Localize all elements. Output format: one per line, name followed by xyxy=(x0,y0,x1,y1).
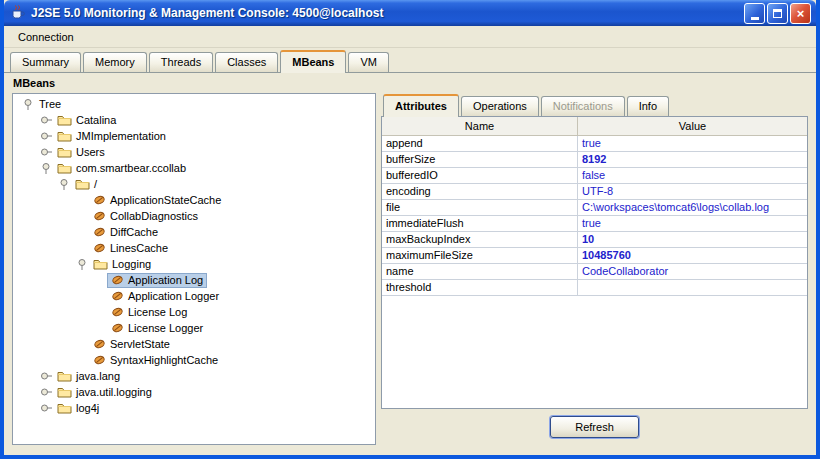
tree-node-license-log[interactable]: License Log xyxy=(13,304,375,320)
attribute-name[interactable]: bufferSize xyxy=(382,151,578,167)
attribute-name[interactable]: file xyxy=(382,199,578,215)
tree-toggle-collapsed-icon[interactable] xyxy=(39,386,53,398)
attribute-value[interactable]: CodeCollaborator xyxy=(578,263,808,279)
tree-node-jmimplementation[interactable]: JMImplementation xyxy=(13,128,375,144)
attribute-row-threshold[interactable]: threshold xyxy=(382,279,807,295)
mbean-tree[interactable]: TreeCatalinaJMImplementationUserscom.sma… xyxy=(12,93,376,445)
column-header-value[interactable]: Value xyxy=(578,117,808,135)
tree-node-logging[interactable]: Logging xyxy=(13,256,375,272)
attribute-value[interactable]: false xyxy=(578,167,808,183)
attribute-row-append[interactable]: appendtrue xyxy=(382,135,807,151)
tree-node-content[interactable]: Users xyxy=(53,145,109,160)
attribute-name[interactable]: threshold xyxy=(382,279,578,295)
tree-toggle-expanded-icon[interactable] xyxy=(39,162,53,175)
tree-node-java-lang[interactable]: java.lang xyxy=(13,368,375,384)
tree-node-servletstate[interactable]: ServletState xyxy=(13,336,375,352)
tree-node-content[interactable]: ApplicationStateCache xyxy=(89,193,225,208)
tree-node-application-logger[interactable]: Application Logger xyxy=(13,288,375,304)
attribute-value[interactable]: 8192 xyxy=(578,151,808,167)
tree-toggle-collapsed-icon[interactable] xyxy=(39,370,53,382)
tree-toggle-collapsed-icon[interactable] xyxy=(39,402,53,414)
attribute-value[interactable]: true xyxy=(578,135,808,151)
tree-node-content[interactable]: License Log xyxy=(107,305,191,320)
tree-toggle-collapsed-icon[interactable] xyxy=(39,114,53,126)
attribute-name[interactable]: maxBackupIndex xyxy=(382,231,578,247)
tree-node-content[interactable]: Catalina xyxy=(53,113,120,128)
titlebar[interactable]: J2SE 5.0 Monitoring & Management Console… xyxy=(4,0,816,26)
attribute-value[interactable]: true xyxy=(578,215,808,231)
tree-node-content[interactable]: SyntaxHighlightCache xyxy=(89,353,222,368)
maximize-button[interactable] xyxy=(767,3,788,24)
attribute-row-name[interactable]: nameCodeCollaborator xyxy=(382,263,807,279)
jconsole-window: J2SE 5.0 Monitoring & Management Console… xyxy=(0,0,820,459)
detail-tab-info[interactable]: Info xyxy=(627,96,669,116)
tree-node-java-util-logging[interactable]: java.util.logging xyxy=(13,384,375,400)
attribute-value[interactable]: UTF-8 xyxy=(578,183,808,199)
attribute-value[interactable] xyxy=(578,279,808,295)
menu-connection[interactable]: Connection xyxy=(12,29,80,45)
tree-node-content[interactable]: Application Logger xyxy=(107,289,223,304)
refresh-button[interactable]: Refresh xyxy=(550,416,639,438)
attribute-row-maximumfilesize[interactable]: maximumFileSize10485760 xyxy=(382,247,807,263)
tree-node-content[interactable]: JMImplementation xyxy=(53,129,170,144)
attribute-name[interactable]: append xyxy=(382,135,578,151)
minimize-button[interactable] xyxy=(744,3,765,24)
attribute-name[interactable]: maximumFileSize xyxy=(382,247,578,263)
tree-toggle-expanded-icon[interactable] xyxy=(21,98,35,111)
attribute-row-maxbackupindex[interactable]: maxBackupIndex10 xyxy=(382,231,807,247)
tree-node-applicationstatecache[interactable]: ApplicationStateCache xyxy=(13,192,375,208)
close-button[interactable]: × xyxy=(790,3,811,24)
attribute-row-buffersize[interactable]: bufferSize8192 xyxy=(382,151,807,167)
attribute-name[interactable]: name xyxy=(382,263,578,279)
tree-node-content[interactable]: log4j xyxy=(53,401,103,416)
tree-node-content[interactable]: License Logger xyxy=(107,321,207,336)
tree-node-users[interactable]: Users xyxy=(13,144,375,160)
tab-vm[interactable]: VM xyxy=(348,52,389,72)
tree-node-content[interactable]: Tree xyxy=(35,97,65,112)
tab-summary[interactable]: Summary xyxy=(10,52,81,72)
attribute-value[interactable]: C:\workspaces\tomcat6\logs\collab.log xyxy=(578,199,808,215)
tree-toggle-collapsed-icon[interactable] xyxy=(39,146,53,158)
tree-node-tree[interactable]: Tree xyxy=(13,96,375,112)
tab-memory[interactable]: Memory xyxy=(83,52,147,72)
attribute-row-immediateflush[interactable]: immediateFlushtrue xyxy=(382,215,807,231)
tab-classes[interactable]: Classes xyxy=(215,52,278,72)
detail-tab-attributes[interactable]: Attributes xyxy=(383,94,459,117)
attribute-name[interactable]: immediateFlush xyxy=(382,215,578,231)
attribute-value[interactable]: 10 xyxy=(578,231,808,247)
attribute-name[interactable]: bufferedIO xyxy=(382,167,578,183)
tree-toggle-collapsed-icon[interactable] xyxy=(39,130,53,142)
attribute-value[interactable]: 10485760 xyxy=(578,247,808,263)
attribute-row-bufferedio[interactable]: bufferedIOfalse xyxy=(382,167,807,183)
tree-node-content[interactable]: / xyxy=(71,177,101,192)
tree-node-linescache[interactable]: LinesCache xyxy=(13,240,375,256)
tree-node-label: Application Log xyxy=(128,274,203,286)
tree-node-collabdiagnostics[interactable]: CollabDiagnostics xyxy=(13,208,375,224)
tree-node-content[interactable]: Application Log xyxy=(107,273,207,288)
tree-node-content[interactable]: LinesCache xyxy=(89,241,172,256)
tree-node-license-logger[interactable]: License Logger xyxy=(13,320,375,336)
tree-node-content[interactable]: java.lang xyxy=(53,369,124,384)
tree-node-node-5[interactable]: / xyxy=(13,176,375,192)
tree-node-catalina[interactable]: Catalina xyxy=(13,112,375,128)
tree-node-content[interactable]: Logging xyxy=(89,257,155,272)
detail-tab-operations[interactable]: Operations xyxy=(461,96,539,116)
tree-node-content[interactable]: CollabDiagnostics xyxy=(89,209,202,224)
tree-node-content[interactable]: DiffCache xyxy=(89,225,162,240)
tree-node-content[interactable]: com.smartbear.ccollab xyxy=(53,161,190,176)
tab-mbeans[interactable]: MBeans xyxy=(280,50,346,73)
tree-node-syntaxhighlightcache[interactable]: SyntaxHighlightCache xyxy=(13,352,375,368)
attribute-name[interactable]: encoding xyxy=(382,183,578,199)
column-header-name[interactable]: Name xyxy=(382,117,578,135)
tree-node-diffcache[interactable]: DiffCache xyxy=(13,224,375,240)
tree-node-application-log[interactable]: Application Log xyxy=(13,272,375,288)
attribute-row-encoding[interactable]: encodingUTF-8 xyxy=(382,183,807,199)
tree-node-com-smartbear-ccollab[interactable]: com.smartbear.ccollab xyxy=(13,160,375,176)
tree-toggle-expanded-icon[interactable] xyxy=(75,258,89,271)
tree-node-content[interactable]: ServletState xyxy=(89,337,174,352)
tree-node-log4j[interactable]: log4j xyxy=(13,400,375,416)
attribute-row-file[interactable]: fileC:\workspaces\tomcat6\logs\collab.lo… xyxy=(382,199,807,215)
tree-toggle-expanded-icon[interactable] xyxy=(57,178,71,191)
tab-threads[interactable]: Threads xyxy=(149,52,213,72)
tree-node-content[interactable]: java.util.logging xyxy=(53,385,156,400)
